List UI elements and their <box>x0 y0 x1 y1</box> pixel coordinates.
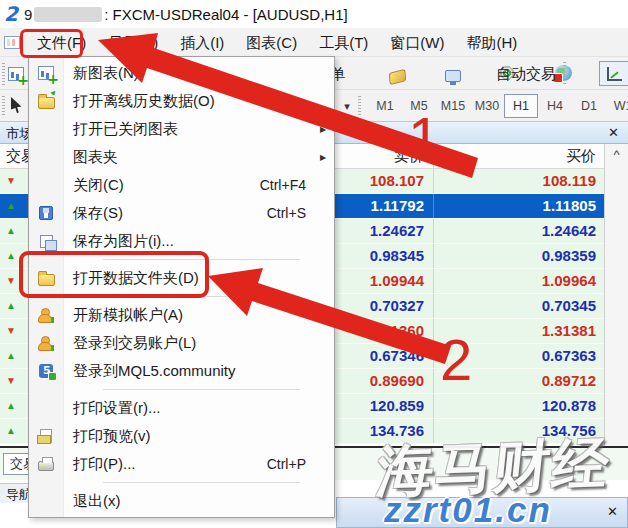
menubar-item[interactable]: 工具(T) <box>308 28 379 57</box>
mt4-logo-icon: 2 <box>4 4 18 24</box>
scrollbar[interactable]: ^ <box>604 144 628 446</box>
menu-bar: 文件(F) 显示(V) 插入(I) 图表(C) 工具(T) 窗口(W) 帮助(H… <box>0 28 628 57</box>
menu-item[interactable]: 登录到MQL5.community <box>29 357 334 385</box>
menu-item-icon-cell <box>29 206 63 220</box>
menu-item-icon-cell <box>29 364 63 378</box>
price-direction-icon: ▲ <box>6 225 16 236</box>
menu-item[interactable]: 开新模拟帐户(A) <box>29 301 334 329</box>
buy-column-header[interactable]: 买价 <box>566 147 596 166</box>
timeframe-button[interactable]: H1 <box>504 94 538 118</box>
column-divider <box>433 294 434 318</box>
sell-price: 1.31360 <box>370 322 424 339</box>
cursor-tool-icon[interactable] <box>11 97 24 114</box>
menu-item-label: 打印(P)... <box>63 455 267 474</box>
column-divider <box>433 319 434 343</box>
menu-item-icon <box>38 461 54 471</box>
menu-item-label: 保存(S) <box>63 204 267 223</box>
toolbar-grip[interactable] <box>2 63 5 85</box>
price-direction-icon: ▲ <box>6 250 16 261</box>
price-direction-icon: ▲ <box>6 200 16 211</box>
terminal-icon[interactable] <box>445 70 461 82</box>
menu-item-shortcut: Ctrl+F4 <box>260 177 320 193</box>
column-divider <box>433 369 434 393</box>
annotation-box-file-menu <box>20 29 83 58</box>
sell-price: 1.09944 <box>370 272 424 289</box>
menu-item-icon <box>38 66 54 80</box>
menu-item[interactable]: 退出(x) <box>29 487 334 515</box>
menu-item-icon-cell <box>29 429 63 443</box>
menu-item-label: 关闭(C) <box>63 176 260 195</box>
menu-item[interactable]: 打印预览(v) <box>29 422 334 450</box>
indicator-window-button[interactable] <box>599 61 628 86</box>
menu-item-label <box>103 482 300 483</box>
menu-item[interactable]: 保存(S) Ctrl+S <box>29 199 334 227</box>
menu-item-icon-cell <box>29 308 63 323</box>
sell-price: 0.70327 <box>370 297 424 314</box>
menu-item[interactable] <box>29 385 334 394</box>
column-divider <box>433 269 434 293</box>
buy-price: 1.24642 <box>542 222 596 239</box>
column-divider <box>433 394 434 418</box>
menu-item-icon-cell <box>29 457 63 471</box>
menu-item[interactable]: 新图表(N) <box>29 59 334 87</box>
menubar-item[interactable]: 显示(V) <box>97 28 169 57</box>
annotation-step-2: 2 <box>440 326 472 393</box>
menu-item-label <box>103 389 300 390</box>
column-divider <box>433 219 434 243</box>
price-direction-icon: ▲ <box>6 400 16 411</box>
menu-item-label: 登录到交易账户(L) <box>63 334 306 353</box>
column-divider <box>433 169 434 193</box>
timeframe-button[interactable]: H4 <box>538 94 572 118</box>
menu-item-shortcut: Ctrl+P <box>267 456 320 472</box>
timeframe-button[interactable]: W1 <box>606 94 628 118</box>
price-direction-icon: ▲ <box>6 425 16 436</box>
menu-item[interactable] <box>29 478 334 487</box>
menu-item[interactable]: 打开已关闭图表 ▶ <box>29 115 334 143</box>
close-icon[interactable]: ✕ <box>607 504 618 519</box>
timeframe-buttons: M1 M5 M15 M30 H1 H4 D1 W1 <box>368 94 628 118</box>
timeframe-button[interactable]: M15 <box>436 94 470 118</box>
toolbar-separator <box>358 96 361 116</box>
timeframe-button[interactable]: M30 <box>470 94 504 118</box>
sell-price: 1.11792 <box>371 197 424 214</box>
menu-item-icon <box>38 308 54 323</box>
autotrade-button[interactable]: 自动交易 <box>496 65 556 84</box>
menu-item-label: 登录到MQL5.community <box>63 362 306 381</box>
column-divider <box>433 194 434 218</box>
menubar-item[interactable]: 插入(I) <box>169 28 235 57</box>
menu-item-label: 退出(x) <box>63 492 306 511</box>
sell-price: 0.98345 <box>370 247 424 264</box>
menubar-item[interactable]: 窗口(W) <box>379 28 455 57</box>
submenu-arrow-icon: ▶ <box>320 125 334 134</box>
redacted-account-number <box>34 7 102 22</box>
menu-item-label: 打开已关闭图表 <box>63 120 306 139</box>
menu-item-label: 打印设置(r)... <box>63 399 306 418</box>
menu-item[interactable]: 打印(P)... Ctrl+P <box>29 450 334 478</box>
timeframe-button[interactable]: M1 <box>368 94 402 118</box>
menu-item-label: 打开离线历史数据(O) <box>63 92 306 111</box>
menubar-item[interactable]: 图表(C) <box>235 28 308 57</box>
menubar-item[interactable]: 帮助(H) <box>455 28 528 57</box>
buy-price: 120.878 <box>542 397 596 414</box>
buy-price: 1.11805 <box>543 197 596 214</box>
buy-price: 1.09964 <box>542 272 596 289</box>
chevron-down-icon[interactable]: ▾ <box>338 97 356 115</box>
menu-item[interactable]: 图表夹 ▶ <box>29 143 334 171</box>
submenu-arrow-icon: ▶ <box>320 153 334 162</box>
menu-item[interactable]: 登录到交易账户(L) <box>29 329 334 357</box>
buy-price: 0.70345 <box>542 297 596 314</box>
scroll-up-icon[interactable]: ^ <box>605 147 628 162</box>
menu-item-label: 新图表(N) <box>63 64 306 83</box>
menu-item-label: 打印预览(v) <box>63 427 306 446</box>
menu-item[interactable]: 关闭(C) Ctrl+F4 <box>29 171 334 199</box>
menu-item[interactable]: 打开离线历史数据(O) <box>29 87 334 115</box>
menu-item-icon-cell <box>29 235 63 248</box>
toolbar-grip[interactable] <box>2 96 5 116</box>
metaeditor-icon[interactable] <box>389 69 406 85</box>
child-window-icon[interactable] <box>4 36 20 49</box>
menu-item[interactable]: 打印设置(r)... <box>29 394 334 422</box>
new-chart-toolbar-icon[interactable] <box>8 67 24 81</box>
sell-price: 0.89690 <box>370 372 424 389</box>
close-icon[interactable]: ✕ <box>608 125 619 140</box>
timeframe-button[interactable]: D1 <box>572 94 606 118</box>
